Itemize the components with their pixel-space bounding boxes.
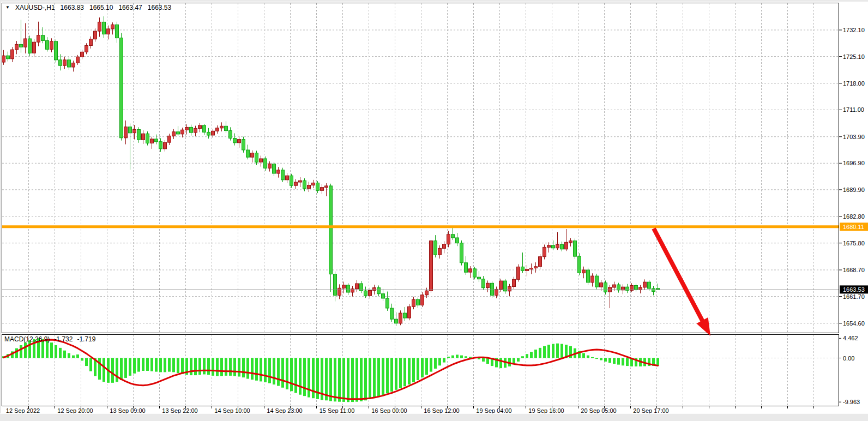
price-chart-canvas[interactable]: 1732.101725.101718.001711.001703.901696.… (0, 0, 868, 421)
macd-bar (347, 358, 349, 402)
macd-bar (499, 358, 502, 369)
candle-body (251, 153, 254, 158)
macd-axis-label: -9.963 (843, 399, 860, 405)
macd-bar (177, 358, 179, 374)
ohlc-open: 1663.83 (61, 4, 84, 11)
macd-bar (417, 358, 419, 381)
macd-bar (246, 358, 249, 379)
macd-bar (408, 358, 411, 385)
price-tick-label: 1675.80 (843, 240, 865, 246)
price-tick-label: 1654.60 (843, 320, 865, 327)
macd-bar (190, 358, 192, 376)
macd-bar (425, 358, 428, 375)
candle-body (207, 132, 210, 135)
candle-body (294, 182, 298, 185)
candle-body (255, 153, 258, 163)
macd-bar (20, 345, 22, 358)
candle-body (639, 287, 642, 290)
price-tick-label: 1668.70 (843, 267, 865, 273)
candle-body (578, 256, 581, 273)
candle-body (582, 270, 586, 273)
candle-body (648, 282, 651, 288)
macd-bar (382, 358, 384, 395)
macd-bar (434, 358, 437, 369)
candle-body (574, 241, 577, 257)
candle-body (85, 46, 88, 52)
macd-bar (613, 358, 616, 364)
bid-price-label: 1663.53 (843, 286, 865, 293)
price-tick-label: 1725.10 (843, 53, 865, 60)
candle-body (347, 285, 350, 292)
candle-body (286, 176, 289, 180)
macd-signal-value: -1.719 (77, 335, 95, 343)
macd-bar (403, 358, 406, 387)
macd-bar (521, 356, 524, 358)
macd-bar (164, 358, 166, 372)
macd-bar (116, 358, 118, 382)
candle-body (438, 248, 442, 255)
macd-bar (229, 358, 232, 376)
candle-body (50, 41, 53, 50)
candle-body (120, 38, 123, 138)
candle-body (364, 291, 367, 296)
macd-bar (608, 358, 611, 363)
candle-body (68, 60, 71, 67)
macd-bar (89, 358, 92, 371)
candle-body (63, 60, 67, 65)
candle-body (159, 142, 162, 149)
candle-body (168, 136, 171, 142)
candle-body (290, 176, 293, 185)
price-tick-label: 1689.90 (843, 187, 865, 193)
candle-body (412, 299, 415, 306)
macd-bar (539, 348, 541, 358)
macd-bar (194, 358, 197, 376)
macd-bar (133, 358, 136, 374)
macd-bar (556, 344, 559, 358)
candle-body (465, 263, 468, 272)
candle-body (146, 134, 149, 143)
macd-bar (129, 358, 131, 376)
macd-bar (604, 358, 607, 362)
candle-body (164, 142, 167, 149)
macd-bar (526, 354, 528, 358)
candle-body (399, 313, 402, 323)
macd-bar (238, 358, 240, 377)
candle-body (20, 44, 23, 47)
candle-body (543, 247, 546, 256)
candle-body (72, 63, 75, 67)
candle-body (377, 288, 381, 294)
candle-body (517, 267, 520, 279)
macd-bar (63, 351, 66, 358)
candle-body (521, 267, 525, 270)
macd-bar (50, 342, 53, 358)
price-tick-label: 1718.00 (843, 80, 865, 87)
candle-body (103, 22, 106, 34)
macd-bar (600, 358, 602, 360)
macd-bar (334, 358, 336, 402)
macd-bar (342, 358, 345, 402)
candle-body (7, 56, 10, 59)
candle-body (190, 127, 193, 133)
candle-body (469, 269, 472, 272)
macd-bar (587, 356, 589, 358)
candle-body (76, 57, 80, 63)
candle-body (534, 267, 538, 268)
macd-bar (111, 358, 114, 383)
candle-body (656, 288, 660, 290)
candle-body (635, 286, 638, 290)
macd-bar (150, 358, 153, 371)
candle-body (478, 277, 481, 279)
candle-body (403, 313, 407, 318)
candle-body (342, 285, 346, 288)
candle-body (395, 319, 398, 323)
chevron-down-icon[interactable]: ▼ (5, 4, 10, 11)
candle-body (417, 299, 420, 305)
macd-bar (656, 358, 659, 366)
macd-bar (303, 358, 306, 396)
candle-body (530, 268, 533, 269)
candle-body (2, 56, 5, 62)
candle-body (155, 139, 158, 142)
macd-bar (294, 358, 297, 393)
candle-body (11, 50, 14, 59)
price-axis: 1732.101725.101718.001711.001703.901696.… (839, 27, 868, 405)
